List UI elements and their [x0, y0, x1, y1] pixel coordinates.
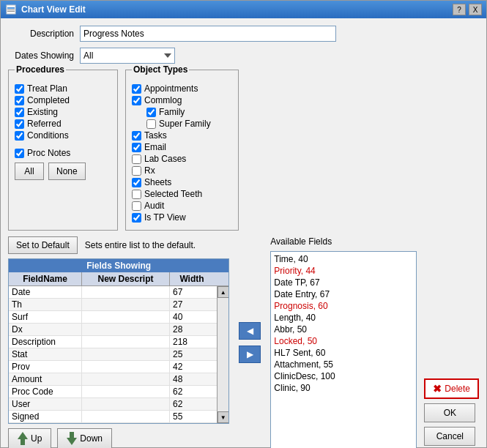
commlog-label[interactable]: Commlog	[144, 95, 182, 105]
table-row[interactable]: User 62	[9, 398, 217, 411]
cell-fieldname: Th	[9, 299, 82, 310]
description-input[interactable]	[80, 26, 336, 42]
down-button[interactable]: Down	[57, 428, 112, 448]
super-family-label[interactable]: Super Family	[159, 119, 211, 129]
available-field-item[interactable]: HL7 Sent, 60	[272, 347, 414, 359]
table-row[interactable]: Dx 28	[9, 324, 217, 336]
conditions-label[interactable]: Conditions	[27, 130, 69, 141]
family-checkbox[interactable]	[146, 108, 156, 117]
available-field-item[interactable]: Date Entry, 67	[272, 288, 414, 300]
cell-newdesc	[82, 336, 170, 348]
procedures-title: Procedures	[15, 64, 66, 75]
cell-fieldname: Surf	[9, 311, 82, 323]
check-sheets: Sheets	[132, 177, 232, 187]
fields-title: Fields Showing	[9, 259, 228, 272]
is-tp-view-checkbox[interactable]	[132, 213, 141, 223]
selected-teeth-checkbox[interactable]	[132, 190, 141, 199]
treat-plan-checkbox[interactable]	[15, 84, 24, 94]
panels-row: Procedures Treat Plan Completed Existing…	[8, 70, 479, 231]
cell-fieldname: Date	[9, 286, 82, 298]
check-treat-plan: Treat Plan	[15, 83, 111, 94]
scroll-up-btn[interactable]: ▲	[218, 286, 229, 298]
email-checkbox[interactable]	[132, 143, 141, 152]
bottom-section: Set to Default Sets entire list to the d…	[8, 236, 479, 448]
table-row[interactable]: Signed 55	[9, 411, 217, 423]
check-tasks: Tasks	[132, 130, 232, 141]
rx-checkbox[interactable]	[132, 166, 141, 176]
table-row[interactable]: Description 218	[9, 336, 217, 348]
title-bar-left: Chart View Edit	[5, 4, 86, 15]
selected-teeth-label[interactable]: Selected Teeth	[144, 189, 202, 199]
appointments-checkbox[interactable]	[132, 84, 141, 94]
check-conditions: Conditions	[15, 130, 111, 141]
sheets-label[interactable]: Sheets	[144, 177, 171, 187]
close-button[interactable]: X	[469, 4, 482, 15]
email-label[interactable]: Email	[144, 142, 166, 152]
ok-button[interactable]: OK	[424, 403, 475, 422]
left-panel: Set to Default Sets entire list to the d…	[8, 236, 229, 448]
cancel-button[interactable]: Cancel	[424, 427, 475, 446]
up-button[interactable]: Up	[8, 428, 51, 448]
available-field-item[interactable]: Clinic, 90	[272, 382, 414, 394]
available-field-item[interactable]: Time, 40	[272, 253, 414, 265]
appointments-label[interactable]: Appointments	[144, 83, 198, 94]
all-button[interactable]: All	[15, 163, 44, 180]
completed-label[interactable]: Completed	[27, 95, 70, 105]
available-field-item[interactable]: Prognosis, 60	[272, 300, 414, 312]
none-button[interactable]: None	[48, 163, 86, 180]
cell-fieldname: Prov	[9, 361, 82, 373]
check-super-family: Super Family	[146, 119, 232, 129]
table-row[interactable]: Prov 42	[9, 361, 217, 373]
proc-notes-label[interactable]: Proc Notes	[27, 148, 70, 158]
table-row[interactable]: Th 27	[9, 299, 217, 311]
move-left-button[interactable]	[239, 322, 261, 340]
cell-width: 25	[170, 348, 214, 360]
table-row[interactable]: Proc Code 62	[9, 386, 217, 398]
sheets-checkbox[interactable]	[132, 178, 141, 187]
tasks-checkbox[interactable]	[132, 131, 141, 141]
scrollbar[interactable]: ▲ ▼	[217, 286, 228, 423]
check-referred: Referred	[15, 119, 111, 129]
table-row[interactable]: Stat 25	[9, 348, 217, 361]
family-label[interactable]: Family	[159, 107, 185, 117]
lab-cases-checkbox[interactable]	[132, 154, 141, 164]
available-field-item[interactable]: Length, 40	[272, 312, 414, 324]
lab-cases-label[interactable]: Lab Cases	[144, 154, 186, 164]
help-button[interactable]: ?	[453, 4, 466, 15]
treat-plan-label[interactable]: Treat Plan	[27, 83, 67, 94]
commlog-checkbox[interactable]	[132, 96, 141, 105]
super-family-checkbox[interactable]	[146, 119, 156, 129]
cell-newdesc	[82, 398, 170, 410]
set-default-button[interactable]: Set to Default	[8, 236, 78, 254]
available-field-item[interactable]: Priority, 44	[272, 265, 414, 277]
table-row[interactable]: Surf 40	[9, 311, 217, 324]
completed-checkbox[interactable]	[15, 96, 24, 105]
available-field-item[interactable]: Attachment, 55	[272, 359, 414, 370]
available-field-item[interactable]: Date TP, 67	[272, 277, 414, 288]
audit-checkbox[interactable]	[132, 201, 141, 211]
set-default-desc: Sets entire list to the default.	[85, 240, 196, 250]
audit-label[interactable]: Audit	[144, 201, 164, 211]
available-field-item[interactable]: Locked, 50	[272, 335, 414, 347]
available-field-item[interactable]: ClinicDesc, 100	[272, 370, 414, 382]
cell-newdesc	[82, 311, 170, 323]
is-tp-view-label[interactable]: Is TP View	[144, 212, 186, 223]
existing-checkbox[interactable]	[15, 108, 24, 117]
scroll-down-btn[interactable]: ▼	[218, 411, 229, 423]
dates-row: Dates Showing All	[8, 48, 479, 64]
conditions-checkbox[interactable]	[15, 131, 24, 141]
table-row[interactable]: Date 67	[9, 286, 217, 299]
move-right-button[interactable]	[239, 346, 261, 363]
existing-label[interactable]: Existing	[27, 107, 58, 117]
dates-select[interactable]: All	[80, 48, 175, 64]
available-field-item[interactable]: Abbr, 50	[272, 324, 414, 335]
tasks-label[interactable]: Tasks	[144, 130, 167, 141]
delete-button[interactable]: ✖ Delete	[424, 378, 479, 399]
table-row[interactable]: Amount 48	[9, 373, 217, 386]
referred-checkbox[interactable]	[15, 119, 24, 129]
down-icon	[67, 432, 77, 445]
referred-label[interactable]: Referred	[27, 119, 62, 129]
available-fields-list[interactable]: Time, 40Priority, 44Date TP, 67Date Entr…	[270, 251, 417, 448]
proc-notes-checkbox[interactable]	[15, 149, 24, 158]
rx-label[interactable]: Rx	[144, 165, 155, 176]
